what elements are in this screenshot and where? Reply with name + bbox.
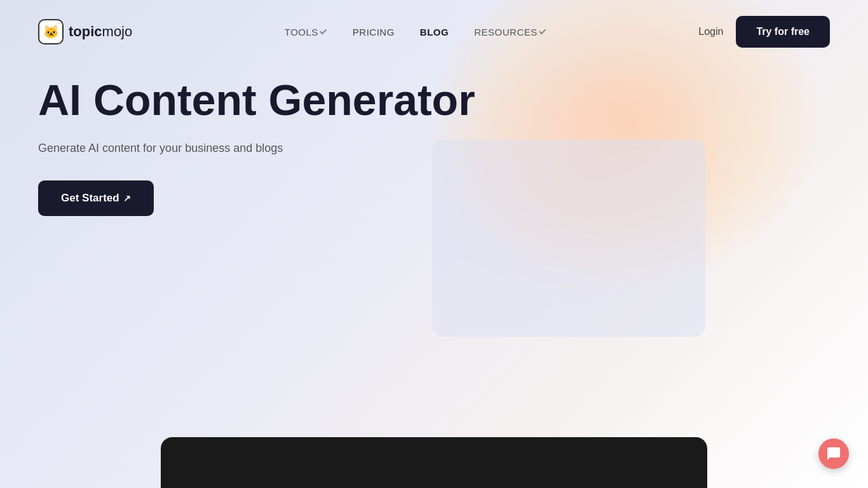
hero-subtitle: Generate AI content for your business an…	[38, 139, 305, 158]
bottom-dark-panel	[161, 437, 707, 488]
nav-tools[interactable]: TOOLS	[285, 27, 327, 37]
logo-text: topicmojo	[69, 24, 132, 40]
arrow-icon: ↗	[123, 193, 131, 203]
chat-icon	[826, 446, 841, 461]
hero-section: AI Content Generator Generate AI content…	[38, 76, 475, 216]
try-for-free-button[interactable]: Try for free	[736, 16, 830, 48]
nav-pricing[interactable]: PRICING	[353, 27, 395, 37]
nav-links: TOOLS PRICING BLOG RESOURCES	[285, 27, 546, 37]
navbar: 🐱 topicmojo TOOLS PRICING BLOG RESOURCES…	[0, 0, 868, 64]
nav-actions: Login Try for free	[698, 16, 830, 48]
chevron-down-icon	[320, 27, 327, 34]
logo-icon: 🐱	[38, 19, 64, 44]
logo[interactable]: 🐱 topicmojo	[38, 19, 132, 44]
nav-resources[interactable]: RESOURCES	[474, 27, 546, 37]
hero-title: AI Content Generator	[38, 76, 475, 124]
chat-support-button[interactable]	[818, 438, 849, 469]
chevron-down-icon	[539, 27, 546, 34]
get-started-button[interactable]: Get Started ↗	[38, 180, 154, 216]
nav-blog[interactable]: BLOG	[420, 27, 449, 37]
login-button[interactable]: Login	[698, 26, 723, 37]
